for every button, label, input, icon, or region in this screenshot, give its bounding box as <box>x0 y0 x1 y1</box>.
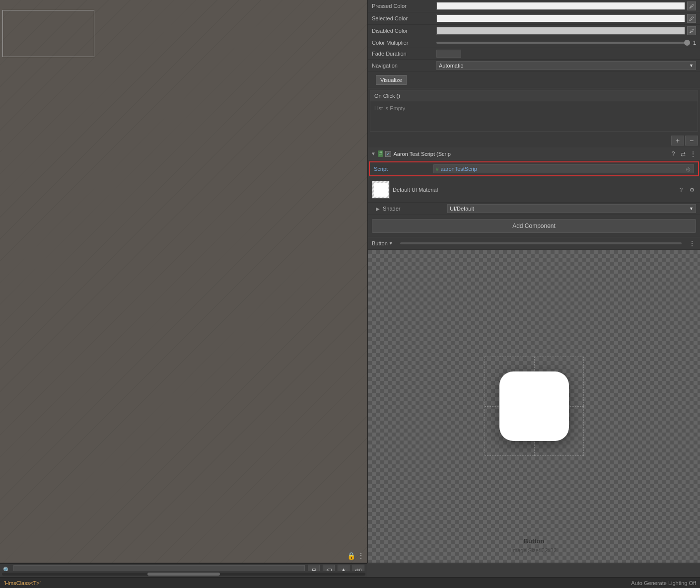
fade-duration-label: Fade Duration <box>372 51 436 57</box>
selected-color-row: Selected Color 🖊 <box>368 12 700 25</box>
bottom-section: 🔍 ⊞ 🏷 ★ ⇄8 <box>0 563 700 577</box>
shader-dropdown[interactable]: UI/Default ▼ <box>447 204 696 213</box>
button-shape-preview <box>499 371 569 441</box>
visualize-row: Visualize <box>368 72 700 88</box>
button-divider <box>400 242 682 244</box>
navigation-row: Navigation Automatic ▼ <box>368 60 700 72</box>
shader-label: Shader <box>383 206 447 212</box>
shader-chevron-icon: ▼ <box>689 206 694 211</box>
pressed-color-eyedropper[interactable]: 🖊 <box>687 1 696 10</box>
component-more-icon[interactable]: ⋮ <box>689 150 697 158</box>
material-thumbnail[interactable] <box>372 181 390 199</box>
component-settings-icon[interactable]: ⇄ <box>679 150 687 158</box>
button-preview-widget <box>475 352 594 461</box>
color-multiplier-row: Color Multiplier 1 <box>368 37 700 48</box>
script-target-icon[interactable]: ◎ <box>685 165 692 172</box>
button-label-dropdown[interactable]: Button ▼ <box>372 240 393 246</box>
script-property-row: Script # aaronTestScrip ◎ <box>369 161 699 176</box>
add-component-button[interactable]: Add Component <box>372 219 696 233</box>
disabled-color-eyedropper[interactable]: 🖊 <box>687 26 696 35</box>
button-label-text: Button <box>372 240 388 246</box>
button-preview-header: Button ▼ ⋮ <box>368 237 700 250</box>
status-bar: 'HmsClass<T>' Auto Generate Lighting Off <box>0 577 700 588</box>
status-text-right: Auto Generate Lighting Off <box>631 580 696 586</box>
bottom-left-panel: 🔍 ⊞ 🏷 ★ ⇄8 <box>0 563 367 577</box>
component-enabled-checkbox[interactable]: ✓ <box>385 151 391 157</box>
remove-onclick-button[interactable]: − <box>685 136 698 146</box>
script-name-text: aaronTestScrip <box>441 166 683 172</box>
list-empty-text: List is Empty <box>374 105 405 111</box>
pressed-color-swatch[interactable] <box>436 2 685 10</box>
disabled-color-swatch[interactable] <box>436 27 685 35</box>
color-multiplier-label: Color Multiplier <box>372 40 436 46</box>
inspector-panel: Pressed Color 🖊 Selected Color 🖊 Disable… <box>367 0 700 563</box>
selected-color-swatch[interactable] <box>436 14 685 22</box>
chevron-down-icon: ▼ <box>689 63 694 68</box>
disabled-color-row: Disabled Color 🖊 <box>368 25 700 37</box>
script-label: Script <box>374 166 433 172</box>
script-value-field[interactable]: # aaronTestScrip ◎ <box>433 164 694 173</box>
material-row: Default UI Material ? ⚙ <box>372 179 696 200</box>
script-hash-icon: # <box>436 166 439 172</box>
script-component-title: Aaron Test Script (Scrip <box>393 151 667 157</box>
lock-icon[interactable]: 🔒 <box>347 552 355 560</box>
button-dropdown-arrow: ▼ <box>389 241 393 246</box>
horizontal-scrollbar[interactable] <box>0 571 367 577</box>
viewport-frame <box>2 10 94 57</box>
onclick-body: List is Empty <box>370 101 698 131</box>
pressed-color-label: Pressed Color <box>372 3 436 9</box>
hash-badge: # <box>378 150 384 157</box>
more-options-icon[interactable]: ⋮ <box>357 552 364 560</box>
scene-viewport: 🔒 ⋮ <box>0 0 367 563</box>
fade-duration-input[interactable]: 0.1 <box>436 50 461 58</box>
onclick-footer: + − <box>368 134 700 147</box>
disabled-color-label: Disabled Color <box>372 28 436 34</box>
preview-size-label: Image Size: 32x32 <box>511 547 557 553</box>
navigation-dropdown[interactable]: Automatic ▼ <box>436 61 696 70</box>
script-component-header: ▼ # ✓ Aaron Test Script (Scrip ? ⇄ ⋮ <box>368 147 700 160</box>
component-help-icon[interactable]: ? <box>669 150 677 158</box>
onclick-header: On Click () <box>370 91 698 101</box>
color-multiplier-value: 1 <box>693 40 696 46</box>
navigation-label: Navigation <box>372 63 436 69</box>
color-multiplier-slider[interactable] <box>436 42 690 44</box>
visualize-button[interactable]: Visualize <box>376 75 407 85</box>
preview-button-label: Button <box>524 537 545 545</box>
onclick-section: On Click () List is Empty <box>370 90 698 132</box>
selected-color-label: Selected Color <box>372 15 436 21</box>
scroll-thumb[interactable] <box>147 573 220 576</box>
material-section: Default UI Material ? ⚙ <box>368 177 700 203</box>
fade-duration-row: Fade Duration 0.1 <box>368 48 700 60</box>
status-text-left: 'HmsClass<T>' <box>4 580 41 586</box>
material-name-text: Default UI Material <box>393 187 674 193</box>
material-help-icon[interactable]: ? <box>677 186 685 194</box>
add-onclick-button[interactable]: + <box>671 136 684 146</box>
fold-arrow-icon[interactable]: ▼ <box>371 151 376 156</box>
pressed-color-row: Pressed Color 🖊 <box>368 0 700 12</box>
button-preview-area: Button Image Size: 32x32 <box>368 250 700 563</box>
material-gear-icon[interactable]: ⚙ <box>688 186 696 194</box>
button-section-more-icon[interactable]: ⋮ <box>689 239 696 247</box>
selected-color-eyedropper[interactable]: 🖊 <box>687 14 696 23</box>
viewport-toolbar: 🔒 ⋮ <box>347 552 364 560</box>
shader-expand-row: ▶ Shader UI/Default ▼ <box>368 203 700 215</box>
shader-expand-icon[interactable]: ▶ <box>376 206 380 212</box>
